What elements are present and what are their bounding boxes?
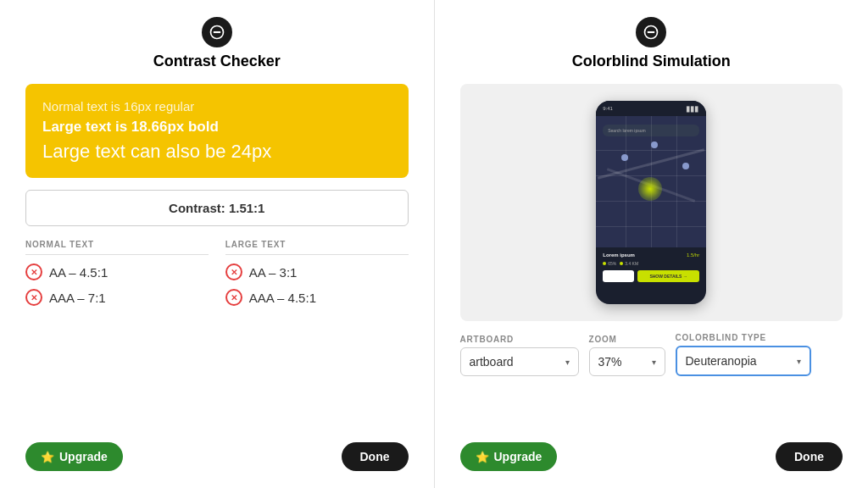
left-upgrade-label: Upgrade <box>59 450 108 463</box>
phone-search-text: Search lorem ipsum <box>608 128 645 133</box>
zoom-control: ZOOM 37% ▾ <box>589 335 665 376</box>
colorblind-type-select[interactable]: Deuteranopia ▾ <box>676 346 811 376</box>
no-entry-icon-right <box>643 24 659 41</box>
right-done-button[interactable]: Done <box>776 442 843 471</box>
colorblind-type-value: Deuteranopia <box>686 354 757 368</box>
no-entry-icon <box>209 24 225 41</box>
right-upgrade-label: Upgrade <box>494 450 542 463</box>
phone-mockup: 9:41 ▊▊▊ Search lorem ipsum <box>596 101 706 304</box>
normal-aaa-item: AAA – 7:1 <box>25 289 209 306</box>
artboard-control: ARTBOARD artboard ▾ <box>460 335 579 376</box>
colorblind-title: Colorblind Simulation <box>572 53 731 70</box>
colorblind-preview: 9:41 ▊▊▊ Search lorem ipsum <box>460 84 843 321</box>
left-upgrade-button[interactable]: ⭐ Upgrade <box>25 442 123 471</box>
colorblind-chevron-icon: ▾ <box>797 357 801 366</box>
contrast-preview-box: Normal text is 16px regular Large text i… <box>25 84 409 178</box>
preview-large-bold-text: Large text is 18.66px bold <box>42 119 392 136</box>
artboard-label: ARTBOARD <box>460 335 579 344</box>
left-done-label: Done <box>360 450 390 463</box>
normal-aaa-label: AAA – 7:1 <box>49 291 106 305</box>
phone-card-title: Lorem ipsum <box>603 252 635 258</box>
map-dot-2 <box>651 141 658 148</box>
phone-card-row1: Lorem ipsum 1.5/hr <box>603 252 699 258</box>
map-dot-1 <box>621 154 628 161</box>
normal-text-header: NORMAL TEXT <box>25 240 209 255</box>
right-done-label: Done <box>794 450 824 463</box>
large-aaa-label: AAA – 4.5:1 <box>249 291 316 305</box>
stat-dot-2 <box>620 262 623 265</box>
normal-aa-fail-icon <box>25 263 42 280</box>
contrast-checker-panel: Contrast Checker Normal text is 16px reg… <box>0 0 434 488</box>
large-aa-fail-icon <box>225 263 242 280</box>
phone-btn-yellow-text: SHOW DETAILS → <box>649 274 687 279</box>
colorblind-icon <box>636 17 666 47</box>
preview-normal-text: Normal text is 16px regular <box>42 99 392 114</box>
right-upgrade-button[interactable]: ⭐ Upgrade <box>460 442 558 471</box>
contrast-label: Contrast: <box>169 201 229 215</box>
contrast-value: 1.51:1 <box>229 201 265 215</box>
large-aaa-item: AAA – 4.5:1 <box>225 289 409 306</box>
artboard-chevron-icon: ▾ <box>565 358 570 367</box>
upgrade-star-icon: ⭐ <box>41 451 54 463</box>
colorblind-type-control: COLORBLIND TYPE Deuteranopia ▾ <box>676 333 811 376</box>
map-glow-dot <box>638 177 662 201</box>
phone-signal: ▊▊▊ <box>687 106 699 112</box>
phone-btn-yellow: SHOW DETAILS → <box>637 270 699 282</box>
contrast-value-box: Contrast: 1.51:1 <box>25 190 409 226</box>
phone-map: Search lorem ipsum <box>596 116 706 247</box>
colorblind-simulation-panel: Colorblind Simulation 9:41 ▊▊▊ Search lo… <box>434 0 869 488</box>
right-panel-footer: ⭐ Upgrade Done <box>460 442 843 471</box>
zoom-select[interactable]: 37% ▾ <box>589 347 665 376</box>
right-upgrade-star-icon: ⭐ <box>476 451 489 463</box>
artboard-select[interactable]: artboard ▾ <box>460 347 579 376</box>
stat-dot-1 <box>603 262 606 265</box>
zoom-value: 37% <box>598 355 622 369</box>
preview-large-text: Large text can also be 24px <box>42 141 392 163</box>
zoom-chevron-icon: ▾ <box>652 358 656 367</box>
contrast-checker-icon <box>202 17 232 47</box>
map-dot-3 <box>682 163 689 169</box>
left-panel-footer: ⭐ Upgrade Done <box>25 442 409 471</box>
contrast-checker-title: Contrast Checker <box>153 53 281 70</box>
phone-stat-2: 3.4 KM <box>620 261 638 266</box>
normal-text-col: NORMAL TEXT AA – 4.5:1 AAA – 7:1 <box>25 240 209 314</box>
normal-aaa-fail-icon <box>25 289 42 306</box>
large-text-col: LARGE TEXT AA – 3:1 AAA – 4.5:1 <box>225 240 409 314</box>
large-text-header: LARGE TEXT <box>225 240 409 255</box>
phone-status-bar: 9:41 ▊▊▊ <box>596 101 706 116</box>
left-done-button[interactable]: Done <box>342 442 409 471</box>
artboard-value: artboard <box>470 355 514 369</box>
map-line-v1 <box>626 116 626 247</box>
phone-time: 9:41 <box>603 106 613 111</box>
stat-text-1: 65% <box>608 261 616 266</box>
zoom-label: ZOOM <box>589 335 665 344</box>
large-aa-item: AA – 3:1 <box>225 263 409 280</box>
sim-controls: ARTBOARD artboard ▾ ZOOM 37% ▾ COLORBLIN… <box>460 333 843 376</box>
phone-btn-white <box>603 270 634 282</box>
large-aaa-fail-icon <box>225 289 242 306</box>
normal-aa-label: AA – 4.5:1 <box>49 265 108 280</box>
criteria-row: NORMAL TEXT AA – 4.5:1 AAA – 7:1 LARGE T… <box>25 240 409 314</box>
large-aa-label: AA – 3:1 <box>249 265 298 280</box>
phone-card-price: 1.5/hr <box>687 252 699 258</box>
stat-text-2: 3.4 KM <box>625 261 638 266</box>
phone-card-stats: 65% 3.4 KM <box>603 261 699 266</box>
colorblind-type-label: COLORBLIND TYPE <box>676 333 811 342</box>
phone-bottom-card: Lorem ipsum 1.5/hr 65% 3.4 KM <box>596 247 706 291</box>
normal-aa-item: AA – 4.5:1 <box>25 263 209 280</box>
phone-stat-1: 65% <box>603 261 616 266</box>
map-line-v3 <box>676 116 677 247</box>
phone-buttons-row: SHOW DETAILS → <box>603 270 699 282</box>
